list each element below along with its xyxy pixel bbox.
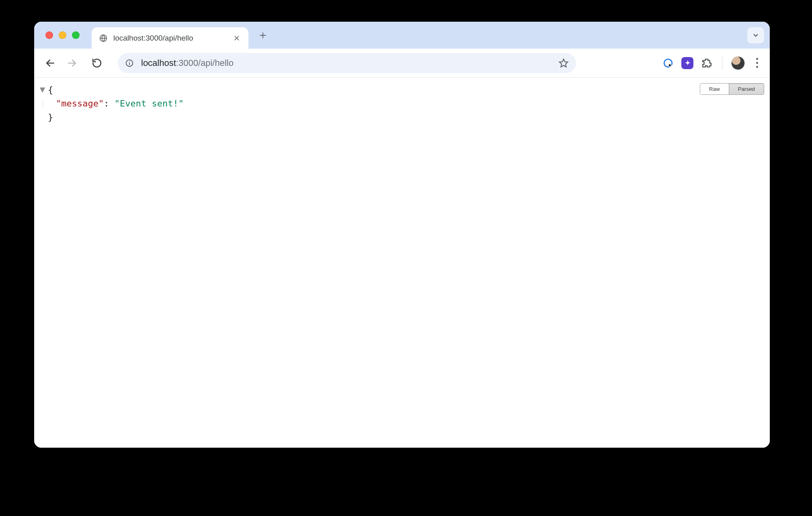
separator bbox=[722, 56, 722, 70]
url-path: :3000/api/hello bbox=[176, 58, 234, 68]
profile-avatar[interactable] bbox=[731, 56, 745, 70]
parsed-toggle[interactable]: Parsed bbox=[729, 84, 764, 94]
window-zoom-button[interactable] bbox=[72, 31, 80, 39]
window-minimize-button[interactable] bbox=[59, 31, 66, 39]
indent-guide bbox=[43, 100, 43, 109]
browser-menu-button[interactable] bbox=[751, 56, 763, 70]
toolbar: localhost:3000/api/hello ✦ bbox=[34, 49, 770, 78]
json-close-brace: } bbox=[48, 112, 53, 122]
tab-search-button[interactable] bbox=[747, 27, 764, 43]
browser-window: localhost:3000/api/hello bbox=[34, 22, 770, 448]
url-host: localhost bbox=[141, 58, 176, 68]
tabstrip: localhost:3000/api/hello bbox=[34, 22, 770, 49]
browser-tab[interactable]: localhost:3000/api/hello bbox=[92, 27, 248, 49]
site-info-icon[interactable] bbox=[125, 59, 134, 68]
json-value: "Event sent!" bbox=[115, 98, 184, 109]
toolbar-actions: ✦ bbox=[662, 56, 763, 70]
json-open-brace: { bbox=[48, 85, 53, 95]
extension-2-icon[interactable]: ✦ bbox=[681, 57, 694, 70]
svg-point-8 bbox=[668, 63, 671, 66]
json-colon: : bbox=[104, 98, 115, 109]
globe-icon bbox=[99, 34, 108, 43]
extensions-button[interactable] bbox=[700, 57, 713, 70]
bookmark-button[interactable] bbox=[558, 58, 569, 68]
json-view-toggle: Raw Parsed bbox=[700, 83, 764, 95]
tab-close-button[interactable] bbox=[232, 34, 241, 43]
extension-1-icon[interactable] bbox=[662, 57, 675, 70]
disclosure-triangle-icon[interactable]: ▼ bbox=[40, 83, 46, 96]
tab-title: localhost:3000/api/hello bbox=[113, 34, 193, 43]
back-button[interactable] bbox=[41, 54, 59, 72]
reload-button[interactable] bbox=[88, 54, 106, 72]
url-text: localhost:3000/api/hello bbox=[141, 58, 234, 68]
forward-button[interactable] bbox=[63, 54, 81, 72]
svg-point-5 bbox=[129, 61, 130, 61]
new-tab-button[interactable] bbox=[255, 27, 271, 43]
svg-marker-6 bbox=[560, 59, 568, 67]
raw-toggle[interactable]: Raw bbox=[700, 84, 729, 94]
json-key: "message" bbox=[56, 98, 104, 109]
window-controls bbox=[45, 31, 80, 39]
page-content: Raw Parsed ▼{ "message": "Event sent!" } bbox=[34, 78, 770, 448]
address-bar[interactable]: localhost:3000/api/hello bbox=[118, 53, 576, 73]
window-close-button[interactable] bbox=[45, 31, 53, 39]
json-viewer[interactable]: ▼{ "message": "Event sent!" } bbox=[40, 83, 764, 124]
